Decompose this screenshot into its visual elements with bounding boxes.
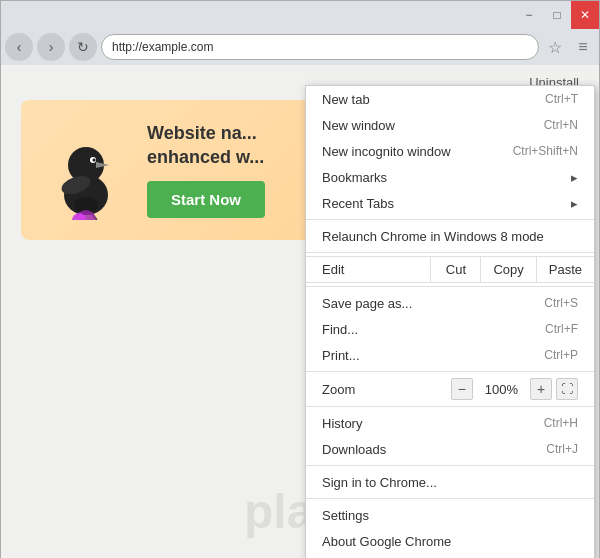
separator-3 — [306, 286, 594, 287]
separator-2 — [306, 252, 594, 253]
menu-item-history[interactable]: History Ctrl+H — [306, 410, 594, 436]
bookmarks-label: Bookmarks — [322, 170, 567, 185]
chrome-menu-icon[interactable]: ≡ — [571, 35, 595, 59]
start-now-button[interactable]: Start Now — [147, 181, 265, 218]
menu-item-find[interactable]: Find... Ctrl+F — [306, 316, 594, 342]
close-button[interactable]: ✕ — [571, 1, 599, 29]
new-tab-shortcut: Ctrl+T — [545, 92, 578, 106]
toolbar-right: ☆ ≡ — [543, 35, 595, 59]
address-text: http://example.com — [112, 40, 213, 54]
new-incognito-shortcut: Ctrl+Shift+N — [513, 144, 578, 158]
bookmarks-arrow: ▸ — [571, 170, 578, 185]
back-button[interactable]: ‹ — [5, 33, 33, 61]
address-bar[interactable]: http://example.com — [101, 34, 539, 60]
new-window-shortcut: Ctrl+N — [544, 118, 578, 132]
title-bar-buttons: − □ ✕ — [515, 1, 599, 29]
crow-illustration — [41, 120, 131, 220]
downloads-label: Downloads — [322, 442, 530, 457]
zoom-row: Zoom − 100% + ⛶ — [306, 375, 594, 403]
menu-item-new-window[interactable]: New window Ctrl+N — [306, 112, 594, 138]
separator-7 — [306, 498, 594, 499]
separator-1 — [306, 219, 594, 220]
print-label: Print... — [322, 348, 528, 363]
svg-point-5 — [93, 159, 96, 162]
toolbar: ‹ › ↻ http://example.com ☆ ≡ — [1, 29, 599, 65]
context-menu: New tab Ctrl+T New window Ctrl+N New inc… — [305, 85, 595, 558]
separator-6 — [306, 465, 594, 466]
zoom-label: Zoom — [322, 382, 447, 397]
minimize-button[interactable]: − — [515, 1, 543, 29]
zoom-fullscreen-button[interactable]: ⛶ — [556, 378, 578, 400]
reload-button[interactable]: ↻ — [69, 33, 97, 61]
downloads-shortcut: Ctrl+J — [546, 442, 578, 456]
sign-in-label: Sign in to Chrome... — [322, 475, 578, 490]
find-shortcut: Ctrl+F — [545, 322, 578, 336]
recent-tabs-label: Recent Tabs — [322, 196, 567, 211]
about-label: About Google Chrome — [322, 534, 578, 549]
bookmark-star-icon[interactable]: ☆ — [543, 35, 567, 59]
zoom-value: 100% — [477, 382, 526, 397]
zoom-plus-button[interactable]: + — [530, 378, 552, 400]
zoom-minus-button[interactable]: − — [451, 378, 473, 400]
settings-label: Settings — [322, 508, 578, 523]
menu-item-sign-in[interactable]: Sign in to Chrome... — [306, 469, 594, 495]
menu-edit-row: Edit Cut Copy Paste — [306, 256, 594, 283]
separator-5 — [306, 406, 594, 407]
menu-item-new-incognito[interactable]: New incognito window Ctrl+Shift+N — [306, 138, 594, 164]
menu-item-new-tab[interactable]: New tab Ctrl+T — [306, 86, 594, 112]
find-label: Find... — [322, 322, 529, 337]
edit-label: Edit — [306, 257, 430, 282]
menu-item-recent-tabs[interactable]: Recent Tabs ▸ — [306, 190, 594, 216]
menu-item-bookmarks[interactable]: Bookmarks ▸ — [306, 164, 594, 190]
save-page-label: Save page as... — [322, 296, 528, 311]
separator-4 — [306, 371, 594, 372]
relaunch-label: Relaunch Chrome in Windows 8 mode — [322, 229, 578, 244]
cut-button[interactable]: Cut — [430, 257, 480, 282]
new-tab-label: New tab — [322, 92, 529, 107]
print-shortcut: Ctrl+P — [544, 348, 578, 362]
menu-item-save-page[interactable]: Save page as... Ctrl+S — [306, 290, 594, 316]
save-page-shortcut: Ctrl+S — [544, 296, 578, 310]
menu-item-help[interactable]: Help ▸ — [306, 554, 594, 558]
history-label: History — [322, 416, 528, 431]
recent-tabs-arrow: ▸ — [571, 196, 578, 211]
new-incognito-label: New incognito window — [322, 144, 497, 159]
menu-item-settings[interactable]: Settings — [306, 502, 594, 528]
maximize-button[interactable]: □ — [543, 1, 571, 29]
title-bar: − □ ✕ — [1, 1, 599, 29]
page-content: Uninstall — [1, 65, 599, 558]
menu-item-about[interactable]: About Google Chrome — [306, 528, 594, 554]
forward-button[interactable]: › — [37, 33, 65, 61]
new-window-label: New window — [322, 118, 528, 133]
menu-item-relaunch[interactable]: Relaunch Chrome in Windows 8 mode — [306, 223, 594, 249]
paste-button[interactable]: Paste — [536, 257, 594, 282]
menu-item-print[interactable]: Print... Ctrl+P — [306, 342, 594, 368]
browser-window: − □ ✕ ‹ › ↻ http://example.com ☆ ≡ Unins… — [0, 0, 600, 558]
copy-button[interactable]: Copy — [480, 257, 535, 282]
history-shortcut: Ctrl+H — [544, 416, 578, 430]
menu-item-downloads[interactable]: Downloads Ctrl+J — [306, 436, 594, 462]
